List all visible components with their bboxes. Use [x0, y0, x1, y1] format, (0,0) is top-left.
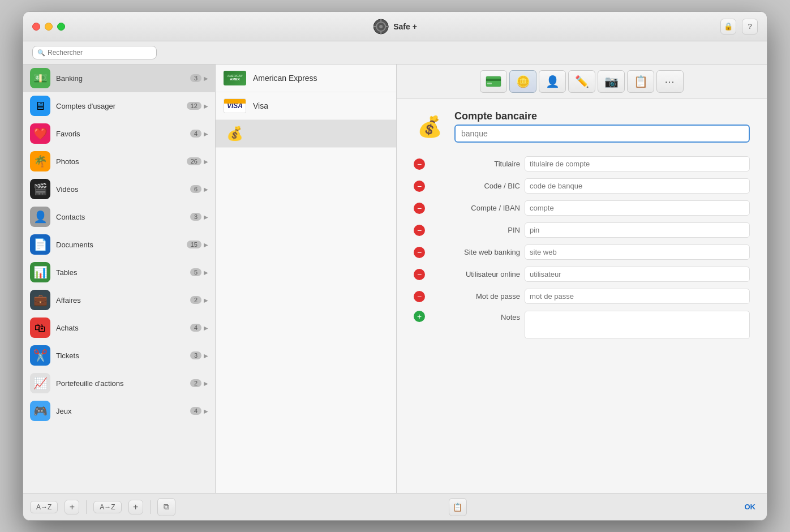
sidebar-item-portefeuille[interactable]: 📈 Portefeuille d'actions 2 ▶ — [23, 370, 215, 397]
lock-button[interactable]: 🔒 — [720, 19, 736, 35]
sidebar-item-comptes[interactable]: 🖥 Comptes d'usager 12 ▶ — [23, 92, 215, 120]
field-row-utilisateur: − Utilisateur online — [414, 267, 750, 282]
titlebar-center: Safe + — [373, 19, 417, 35]
card-icon — [486, 76, 501, 87]
list-item-visa[interactable]: VISA Visa — [216, 92, 396, 120]
list-sort-button[interactable]: A→Z — [93, 501, 121, 513]
copy-button[interactable]: ⧉ — [157, 498, 175, 516]
toolbar-btn-camera[interactable]: 📷 — [598, 70, 625, 93]
footer-divider-1 — [86, 500, 87, 514]
tickets-icon: ✂️ — [30, 345, 50, 366]
sidebar-item-photos[interactable]: 🌴 Photos 26 ▶ — [23, 148, 215, 175]
help-button[interactable]: ? — [742, 19, 758, 35]
favoris-icon: ❤️ — [30, 123, 50, 144]
app-icon — [373, 19, 389, 35]
list-item-new[interactable]: 💰 — [216, 120, 396, 148]
bank-name-input[interactable] — [454, 125, 750, 143]
toolbar-btn-card[interactable] — [480, 70, 507, 93]
sidebar-item-favoris-badge: 4 — [190, 130, 201, 138]
sidebar-item-tables-badge: 5 — [190, 268, 201, 276]
iban-label: Compte / IBAN — [430, 204, 520, 212]
sidebar-add-button[interactable]: + — [65, 500, 79, 514]
sidebar-sort-button[interactable]: A→Z — [30, 501, 58, 513]
notes-label: Notes — [430, 311, 520, 321]
sidebar-item-tickets[interactable]: ✂️ Tickets 3 ▶ — [23, 342, 215, 370]
sidebar-item-tables[interactable]: 📊 Tables 5 ▶ — [23, 259, 215, 286]
bic-minus-btn[interactable]: − — [414, 181, 425, 192]
toolbar-btn-file[interactable]: 📋 — [627, 70, 654, 93]
iban-minus-btn[interactable]: − — [414, 203, 425, 214]
close-button[interactable] — [32, 23, 40, 31]
titulaire-label: Titulaire — [430, 160, 520, 168]
list-panel-content: AMERICAN AMEX American Express VISA — [216, 65, 396, 493]
site-web-minus-btn[interactable]: − — [414, 247, 425, 258]
titulaire-minus-btn[interactable]: − — [414, 158, 425, 170]
maximize-button[interactable] — [57, 23, 65, 31]
svg-point-2 — [379, 25, 383, 28]
sidebar-item-banking[interactable]: 💵 Banking 3 ▶ — [23, 65, 215, 92]
field-row-pin: − PIN — [414, 222, 750, 238]
comptes-chevron: ▶ — [204, 103, 208, 109]
sidebar-item-tables-label: Tables — [56, 268, 190, 277]
iban-input[interactable] — [525, 200, 750, 216]
sidebar-item-jeux[interactable]: 🎮 Jeux 4 ▶ — [23, 397, 215, 425]
portefeuille-chevron: ▶ — [204, 380, 208, 387]
photos-icon: 🌴 — [30, 151, 50, 171]
notes-textarea[interactable] — [525, 311, 750, 339]
search-wrap: 🔍 — [32, 46, 157, 59]
field-row-mot-de-passe: − Mot de passe — [414, 289, 750, 304]
site-web-input[interactable] — [525, 244, 750, 260]
pin-minus-btn[interactable]: − — [414, 225, 425, 236]
sidebar-item-achats[interactable]: 🛍 Achats 4 ▶ — [23, 314, 215, 342]
searchbar-area: 🔍 — [23, 41, 767, 65]
toolbar-btn-note[interactable]: ✏️ — [568, 70, 595, 93]
tables-icon: 📊 — [30, 262, 50, 282]
list-panel: AMERICAN AMEX American Express VISA — [216, 65, 397, 493]
portefeuille-icon: 📈 — [30, 373, 50, 393]
mot-de-passe-label: Mot de passe — [430, 292, 520, 301]
sidebar-item-documents[interactable]: 📄 Documents 15 ▶ — [23, 231, 215, 259]
photos-chevron: ▶ — [204, 158, 208, 165]
silhouette-toolbar-icon: 👤 — [546, 75, 560, 88]
jeux-icon: 🎮 — [30, 401, 50, 421]
utilisateur-minus-btn[interactable]: − — [414, 269, 425, 280]
svg-rect-8 — [486, 79, 501, 81]
utilisateur-input[interactable] — [525, 267, 750, 282]
sidebar-item-contacts-badge: 3 — [190, 213, 201, 221]
notes-plus-btn[interactable]: + — [414, 311, 425, 322]
toolbar-btn-coins[interactable]: 🪙 — [509, 70, 536, 93]
more-toolbar-icon: ··· — [665, 77, 675, 86]
field-row-site-web: − Site web banking — [414, 244, 750, 260]
footer-divider-2 — [150, 500, 151, 514]
field-row-bic: − Code / BIC — [414, 178, 750, 194]
site-web-label: Site web banking — [430, 248, 520, 256]
detail-toolbar: 🪙 👤 ✏️ 📷 📋 ··· — [397, 65, 767, 99]
sidebar-item-affaires[interactable]: 💼 Affaires 2 ▶ — [23, 286, 215, 314]
pin-input[interactable] — [525, 222, 750, 238]
search-input[interactable] — [48, 49, 144, 57]
minimize-button[interactable] — [45, 23, 53, 31]
file-toolbar-icon: 📋 — [634, 75, 648, 88]
bic-input[interactable] — [525, 178, 750, 194]
list-item-amex[interactable]: AMERICAN AMEX American Express — [216, 65, 396, 92]
sidebar-item-favoris[interactable]: ❤️ Favoris 4 ▶ — [23, 120, 215, 148]
app-window: Safe + 🔒 ? 🔍 💵 Banking 3 ▶ 🖥 Comptes d'u — [23, 11, 767, 521]
toolbar-btn-silhouette[interactable]: 👤 — [539, 70, 566, 93]
ok-button[interactable]: OK — [740, 503, 761, 511]
list-add-button[interactable]: + — [128, 500, 143, 514]
field-row-titulaire: − Titulaire — [414, 156, 750, 171]
jeux-chevron: ▶ — [204, 408, 208, 414]
sidebar-item-photos-badge: 26 — [187, 157, 201, 165]
sidebar-item-comptes-label: Comptes d'usager — [56, 102, 187, 110]
titulaire-input[interactable] — [525, 156, 750, 171]
sidebar-item-videos[interactable]: 🎬 Vidéos 6 ▶ — [23, 175, 215, 203]
note-toolbar-icon: ✏️ — [575, 75, 589, 88]
paste-button[interactable]: 📋 — [449, 498, 467, 516]
sidebar-item-achats-label: Achats — [56, 324, 190, 332]
mot-de-passe-input[interactable] — [525, 289, 750, 304]
mot-de-passe-minus-btn[interactable]: − — [414, 291, 425, 302]
paste-icon: 📋 — [453, 503, 462, 512]
sidebar-item-contacts[interactable]: 👤 Contacts 3 ▶ — [23, 203, 215, 231]
toolbar-btn-more[interactable]: ··· — [656, 70, 684, 93]
amex-label: American Express — [253, 74, 317, 83]
